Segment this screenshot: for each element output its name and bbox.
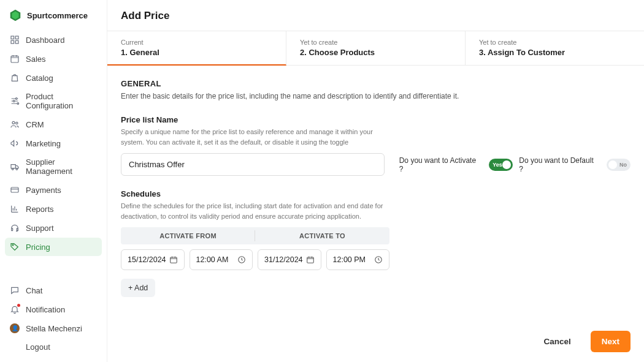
sidebar-item-support[interactable]: Support bbox=[5, 219, 102, 237]
clock-icon bbox=[237, 255, 246, 264]
default-label: Do you want to Default ? bbox=[519, 156, 598, 173]
svg-rect-14 bbox=[11, 187, 18, 192]
sidebar-item-marketing[interactable]: Marketing bbox=[5, 134, 102, 153]
avatar-icon: 👤 bbox=[10, 323, 20, 333]
tab-choose-products[interactable]: Yet to create 2. Choose Products bbox=[286, 31, 466, 65]
truck-icon bbox=[10, 162, 20, 172]
picker-value: 31/12/2024 bbox=[264, 255, 303, 264]
sidebar-item-label: Dashboard bbox=[26, 36, 65, 45]
brand-name: Spurtcommerce bbox=[27, 11, 88, 20]
tab-status: Current bbox=[121, 39, 272, 46]
sidebar-item-dashboard[interactable]: Dashboard bbox=[5, 31, 102, 49]
tab-status: Yet to create bbox=[300, 39, 451, 46]
picker-value: 12:00 PM bbox=[333, 255, 366, 264]
picker-value: 12:00 AM bbox=[196, 255, 229, 264]
grid-icon bbox=[10, 35, 20, 45]
field-label: Price list Name bbox=[121, 115, 631, 124]
card-icon bbox=[10, 185, 20, 195]
activate-toggle[interactable]: Yes bbox=[489, 159, 513, 171]
sidebar-item-label: Support bbox=[26, 224, 54, 233]
schedules-header-from: ACTIVATE FROM bbox=[121, 227, 255, 244]
calendar-icon bbox=[169, 255, 178, 264]
svg-rect-3 bbox=[15, 36, 18, 39]
sidebar-item-supplier-management[interactable]: Supplier Management bbox=[5, 153, 102, 180]
schedules-header-to: ACTIVATE TO bbox=[255, 227, 389, 244]
field-label: Schedules bbox=[121, 189, 631, 198]
price-list-name-input[interactable] bbox=[121, 153, 385, 176]
field-schedules: Schedules Define the schedules for the p… bbox=[121, 189, 631, 297]
app-root: Spurtcommerce Dashboard Sales Catalog Pr… bbox=[0, 0, 644, 362]
brand: Spurtcommerce bbox=[5, 6, 102, 31]
field-hint: Define the schedules for the price list,… bbox=[121, 201, 389, 221]
bell-icon bbox=[10, 304, 20, 314]
headset-icon bbox=[10, 223, 20, 233]
sidebar-item-crm[interactable]: CRM bbox=[5, 115, 102, 134]
wizard-tabs: Current 1. General Yet to create 2. Choo… bbox=[107, 31, 644, 66]
tab-label: 3. Assign To Customer bbox=[479, 48, 631, 57]
field-hint: Specify a unique name for the price list… bbox=[121, 127, 389, 147]
svg-point-10 bbox=[12, 121, 15, 124]
sidebar-item-label: Chat bbox=[26, 286, 42, 295]
clock-icon bbox=[374, 255, 383, 264]
svg-rect-5 bbox=[15, 40, 18, 43]
sidebar-item-payments[interactable]: Payments bbox=[5, 181, 102, 199]
sidebar-item-label: Catalog bbox=[26, 74, 53, 83]
tab-label: 1. General bbox=[121, 48, 272, 57]
megaphone-icon bbox=[10, 138, 20, 148]
sidebar-item-catalog[interactable]: Catalog bbox=[5, 69, 102, 87]
toggle-knob bbox=[608, 160, 617, 169]
sidebar-item-label: Sales bbox=[26, 55, 46, 64]
activate-to-date-picker[interactable]: 31/12/2024 bbox=[258, 249, 321, 270]
sidebar-item-user[interactable]: 👤 Stella Mechenzi bbox=[5, 319, 102, 337]
sliders-icon bbox=[10, 96, 20, 106]
svg-point-12 bbox=[12, 168, 13, 170]
tab-label: 2. Choose Products bbox=[300, 48, 451, 57]
picker-value: 15/12/2024 bbox=[128, 255, 166, 264]
tab-status: Yet to create bbox=[479, 39, 631, 46]
sidebar-bottom: Chat Notification 👤 Stella Mechenzi Logo… bbox=[5, 281, 102, 356]
sidebar-item-chat[interactable]: Chat bbox=[5, 281, 102, 300]
cancel-button[interactable]: Cancel bbox=[532, 331, 581, 352]
main-nav: Dashboard Sales Catalog Product Configur… bbox=[5, 31, 102, 281]
svg-point-7 bbox=[15, 98, 17, 100]
toggle-knob bbox=[502, 160, 511, 169]
calendar-icon bbox=[10, 54, 20, 64]
section-general: GENERAL Enter the basic details for the … bbox=[121, 79, 631, 102]
main: Add Price Current 1. General Yet to crea… bbox=[107, 0, 644, 362]
sidebar-item-label: Notification bbox=[26, 305, 65, 314]
next-button[interactable]: Next bbox=[591, 331, 631, 352]
svg-point-13 bbox=[16, 168, 18, 170]
default-toggle[interactable]: No bbox=[607, 159, 631, 171]
field-price-list-name: Price list Name Specify a unique name fo… bbox=[121, 115, 631, 176]
sidebar-item-product-configuration[interactable]: Product Configuration bbox=[5, 88, 102, 115]
svg-rect-20 bbox=[307, 257, 313, 263]
activate-from-date-picker[interactable]: 15/12/2024 bbox=[121, 249, 185, 270]
schedule-row: 15/12/2024 12:00 AM 31/12/2024 bbox=[121, 249, 389, 270]
activate-to-time-picker[interactable]: 12:00 PM bbox=[326, 249, 390, 270]
logout-link[interactable]: Logout bbox=[5, 338, 102, 356]
svg-rect-18 bbox=[170, 257, 177, 263]
users-icon bbox=[10, 119, 20, 129]
svg-rect-4 bbox=[11, 40, 14, 43]
tab-general[interactable]: Current 1. General bbox=[107, 31, 286, 66]
svg-rect-16 bbox=[17, 228, 18, 231]
content: GENERAL Enter the basic details for the … bbox=[107, 66, 644, 311]
calendar-icon bbox=[306, 255, 315, 264]
svg-rect-2 bbox=[11, 36, 14, 39]
activate-from-time-picker[interactable]: 12:00 AM bbox=[190, 249, 253, 270]
footer: Cancel Next bbox=[107, 321, 644, 362]
tab-assign-to-customer[interactable]: Yet to create 3. Assign To Customer bbox=[466, 31, 644, 65]
toggle-text: No bbox=[619, 162, 627, 168]
sidebar-item-label: Pricing bbox=[26, 243, 50, 252]
sidebar-item-reports[interactable]: Reports bbox=[5, 200, 102, 218]
sidebar-item-label: Marketing bbox=[26, 139, 61, 148]
add-schedule-button[interactable]: + Add bbox=[121, 279, 155, 297]
schedules-header: ACTIVATE FROM ACTIVATE TO bbox=[121, 227, 389, 244]
sidebar-item-notification[interactable]: Notification bbox=[5, 300, 102, 319]
sidebar-item-label: Reports bbox=[26, 205, 54, 214]
sidebar-item-sales[interactable]: Sales bbox=[5, 50, 102, 68]
activate-label: Do you want to Activate ? bbox=[399, 156, 480, 173]
sidebar-item-pricing[interactable]: Pricing bbox=[5, 238, 102, 256]
svg-point-8 bbox=[13, 100, 15, 102]
page-title: Add Price bbox=[121, 10, 631, 22]
